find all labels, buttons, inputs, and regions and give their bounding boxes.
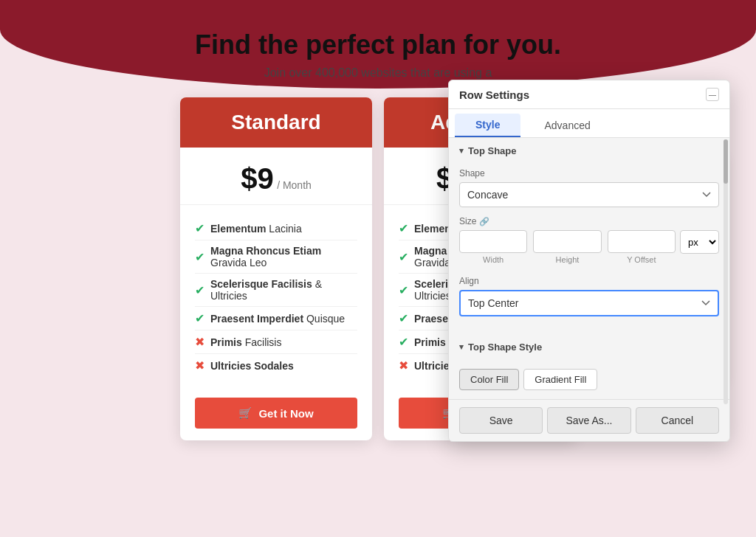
check-icon: ✔ [195,283,205,297]
size-field-row: Size 🔗 Width Height [459,216,719,267]
standard-features: ✔ Elementum Lacinia ✔ Magna Rhoncus Etia… [180,205,372,389]
y-offset-input-group: Y Offset [608,230,676,264]
list-item: ✔ Magna Rhoncus Etiam Gravida Leo [195,240,357,274]
size-field-label: Size 🔗 [459,216,719,226]
list-item: ✖ Ultricies Sodales [195,354,357,377]
shape-field-row: Shape Concave None Convex Triangle Wave [459,168,719,207]
link-icon: 🔗 [479,217,489,226]
align-field-label: Align [459,276,719,286]
top-shape-section-content: Shape Concave None Convex Triangle Wave … [449,162,729,334]
cart-icon: 🛒 [238,406,252,420]
panel-tabs: Style Advanced [449,109,729,138]
top-shape-section-header: ▾ Top Shape [449,138,729,162]
check-icon: ✔ [195,250,205,264]
panel-title: Row Settings [459,89,529,101]
top-shape-style-content: Color Fill Gradient Fill [449,358,729,399]
cancel-button[interactable]: Cancel [636,407,719,434]
feature-text: Primis Facilisis [210,336,281,348]
tab-advanced[interactable]: Advanced [523,114,611,137]
gradient-fill-button[interactable]: Gradient Fill [523,369,597,390]
standard-button-label: Get it Now [258,407,313,420]
x-icon: ✖ [195,335,205,349]
panel-minimize-button[interactable]: — [706,88,719,101]
unit-dropdown[interactable]: px % em [681,236,718,249]
top-shape-style-section-header: ▾ Top Shape Style [449,334,729,358]
check-icon: ✔ [399,283,408,297]
width-label: Width [483,255,504,264]
x-icon: ✖ [399,358,408,373]
standard-card-price: $9 / Month [180,148,372,205]
width-input-group: Width [459,230,527,264]
standard-card-footer: 🛒 Get it Now [180,389,372,440]
page-title: Find the perfect plan for you. [30,30,726,60]
color-fill-button[interactable]: Color Fill [459,369,519,390]
align-field-row: Align Top Center Top Left Top Right Bott… [459,276,719,316]
row-settings-panel: Row Settings — Style Advanced ▾ Top Shap… [448,80,730,442]
standard-price-amount: $9 [241,162,274,195]
check-icon: ✔ [399,250,408,264]
standard-get-it-button[interactable]: 🛒 Get it Now [195,398,357,429]
height-label: Height [556,255,580,264]
panel-scrollbar-thumb[interactable] [724,139,728,184]
tab-style[interactable]: Style [455,114,520,137]
y-offset-label: Y Offset [627,255,656,264]
minimize-icon: — [709,91,716,99]
x-icon: ✖ [195,358,205,373]
panel-body: ▾ Top Shape Shape Concave None Convex Tr… [449,138,729,399]
feature-text: Ultricies Sodales [210,360,294,372]
top-shape-label: Top Shape [468,145,516,156]
standard-price-period: / Month [277,179,312,191]
shape-select[interactable]: Concave None Convex Triangle Wave [459,182,719,207]
list-item: ✔ Praesent Imperdiet Quisque [195,307,357,330]
feature-text: Praesent Imperdiet Quisque [210,313,345,325]
list-item: ✔ Scelerisque Facilisis & Ultricies [195,274,357,307]
page-subtitle: Join over 400,000 websites that are usin… [30,66,726,80]
list-item: ✔ Elementum Lacinia [195,217,357,240]
height-input-group: Height [533,230,601,264]
height-input[interactable] [533,230,601,253]
check-icon: ✔ [399,335,408,349]
chevron-down-icon: ▾ [459,146,464,156]
top-shape-style-label: Top Shape Style [468,342,542,353]
feature-text: Elementum Lacinia [210,223,302,235]
panel-scrollbar[interactable] [724,139,728,404]
shape-field-label: Shape [459,168,719,179]
check-icon: ✔ [195,311,205,325]
chevron-down-icon-2: ▾ [459,342,464,352]
standard-card: Standard $9 / Month ✔ Elementum Lacinia … [180,97,372,440]
panel-header: Row Settings — [449,80,729,109]
list-item: ✖ Primis Facilisis [195,330,357,354]
check-icon: ✔ [399,221,408,235]
panel-footer: Save Save As... Cancel [449,399,729,441]
width-input[interactable] [459,230,527,253]
save-as-button[interactable]: Save As... [547,407,630,434]
save-button[interactable]: Save [459,407,543,434]
align-select[interactable]: Top Center Top Left Top Right Bottom Cen… [459,290,719,316]
check-icon: ✔ [195,221,205,235]
fill-buttons-group: Color Fill Gradient Fill [459,369,719,390]
y-offset-input[interactable] [608,230,676,253]
standard-card-header: Standard [180,97,372,148]
feature-text: Scelerisque Facilisis & Ultricies [210,278,357,302]
check-icon: ✔ [399,311,408,325]
feature-text: Magna Rhoncus Etiam Gravida Leo [210,245,357,268]
unit-select[interactable]: px % em [680,230,719,254]
